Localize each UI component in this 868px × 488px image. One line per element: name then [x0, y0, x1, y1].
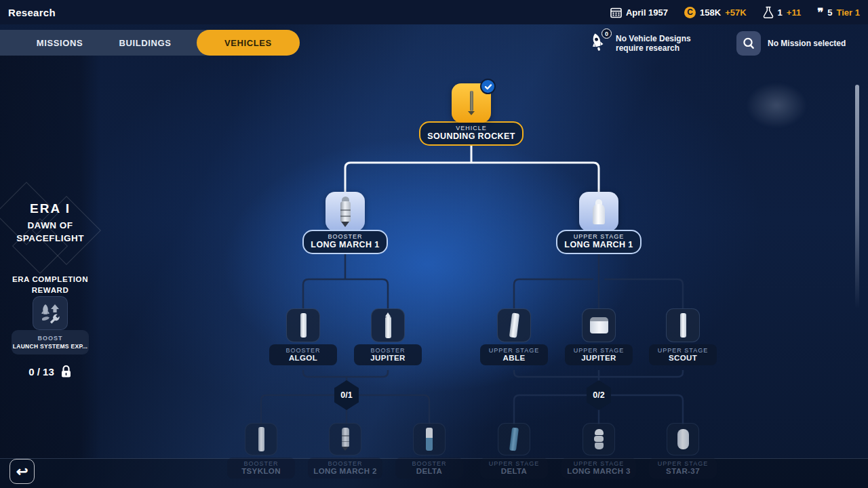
- tab-buildings[interactable]: BUILDINGS: [111, 30, 179, 56]
- vehicle-design-count-badge: 0: [601, 28, 612, 39]
- back-button[interactable]: ↩: [9, 459, 35, 484]
- tech-category: BOOSTER: [359, 347, 416, 354]
- science-value: 1: [778, 7, 783, 18]
- tech-category: UPPER STAGE: [654, 460, 711, 467]
- rocket-icon: 0: [587, 31, 609, 56]
- tech-tile: [667, 423, 699, 455]
- flask-icon: [763, 6, 774, 18]
- tech-node-upper-stage-jupiter[interactable]: UPPER STAGE JUPITER: [564, 308, 634, 365]
- quotes-icon: ❞: [817, 7, 823, 18]
- tech-node-upper-stage-able[interactable]: UPPER STAGE ABLE: [479, 308, 549, 365]
- tech-node-booster-jupiter[interactable]: BOOSTER JUPITER: [353, 308, 423, 365]
- tab-missions-label: MISSIONS: [37, 38, 83, 48]
- support-tier: Tier 1: [837, 7, 860, 18]
- booster-icon: [426, 428, 433, 451]
- tech-node-booster-tsyklon[interactable]: BOOSTER TSYKLON: [226, 423, 296, 479]
- tab-vehicles-label: VEHICLES: [224, 38, 272, 48]
- boost-launch-systems-icon: [38, 302, 62, 325]
- tech-tile: [329, 423, 361, 455]
- tech-label: VEHICLE SOUNDING ROCKET: [419, 121, 524, 146]
- booster-icon: [300, 313, 307, 338]
- upper-stage-icon: [677, 429, 689, 449]
- tech-node-booster-long-march-2[interactable]: BOOSTER LONG MARCH 2: [310, 423, 380, 479]
- tech-name: SCOUT: [654, 354, 711, 362]
- tech-category: BOOSTER: [233, 460, 290, 467]
- tech-label: UPPER STAGE LONG MARCH 1: [556, 230, 641, 254]
- sounding-rocket-icon: [468, 91, 475, 115]
- tech-tile: [326, 192, 365, 231]
- tech-tile: [286, 308, 320, 342]
- era-subtitle: DAWN OF SPACEFLIGHT: [0, 219, 100, 245]
- tech-name: LONG MARCH 3: [567, 467, 631, 475]
- upper-stage-icon: [680, 313, 686, 338]
- vertical-scrollbar[interactable]: [855, 85, 859, 308]
- tech-category: UPPER STAGE: [486, 460, 542, 467]
- magnifier-button[interactable]: [736, 31, 761, 56]
- tech-category: UPPER STAGE: [486, 347, 542, 354]
- vehicle-design-notice[interactable]: 0 No Vehicle Designs require research: [587, 30, 691, 57]
- booster-icon: [385, 312, 391, 338]
- tech-label: UPPER STAGE DELTA: [480, 458, 548, 479]
- era-title: ERA I: [0, 201, 100, 216]
- vehicle-notice-line1: No Vehicle Designs: [616, 34, 691, 43]
- tech-name: LONG MARCH 1: [564, 240, 633, 249]
- era-progress-value: 0 / 13: [28, 366, 54, 378]
- tech-tile: [413, 423, 446, 455]
- tech-name: LONG MARCH 1: [311, 240, 379, 249]
- vehicle-notice-line2: require research: [616, 43, 691, 53]
- tech-tile: [452, 83, 491, 123]
- tech-node-upper-stage-scout[interactable]: UPPER STAGE SCOUT: [648, 308, 718, 365]
- upper-stage-icon: [509, 428, 519, 451]
- tech-node-booster-delta[interactable]: BOOSTER DELTA: [394, 423, 465, 479]
- page-title: Research: [8, 7, 56, 18]
- tech-name: JUPITER: [359, 354, 416, 362]
- tech-tile: [497, 308, 531, 342]
- tech-name: DELTA: [401, 467, 458, 475]
- tab-vehicles[interactable]: VEHICLES: [197, 30, 300, 56]
- era-reward-name: LAUNCH SYSTEMS EXP...: [13, 343, 88, 350]
- tech-node-booster-long-march-1[interactable]: BOOSTER LONG MARCH 1: [305, 192, 385, 254]
- booster-icon: [258, 427, 264, 451]
- upper-stage-icon: [590, 317, 608, 333]
- tech-name: ABLE: [486, 354, 542, 362]
- upper-stage-icon: [509, 312, 519, 338]
- tech-tile: [371, 308, 405, 342]
- era-block: ERA I DAWN OF SPACEFLIGHT: [0, 201, 100, 245]
- tech-tile: [582, 308, 616, 342]
- mission-selector[interactable]: No Mission selected: [736, 30, 846, 57]
- era-sidebar: ERA I DAWN OF SPACEFLIGHT ERA COMPLETION…: [0, 56, 100, 458]
- tech-category: UPPER STAGE: [567, 460, 631, 467]
- tech-category: BOOSTER: [313, 460, 377, 467]
- science-delta: +11: [787, 7, 801, 18]
- tech-node-upper-stage-star-37[interactable]: UPPER STAGE STAR-37: [648, 423, 718, 479]
- tech-label: UPPER STAGE JUPITER: [565, 344, 633, 365]
- tech-category: BOOSTER: [401, 460, 458, 467]
- tech-category: BOOSTER: [311, 233, 379, 240]
- funds-stat: C 158K +57K: [684, 7, 747, 18]
- tech-label: BOOSTER ALGOL: [269, 344, 337, 365]
- tech-tile: [583, 423, 615, 455]
- tab-buildings-label: BUILDINGS: [119, 38, 172, 48]
- tech-label: UPPER STAGE STAR-37: [649, 458, 717, 479]
- tech-node-upper-stage-long-march-3[interactable]: UPPER STAGE LONG MARCH 3: [564, 423, 634, 479]
- tech-node-vehicle-sounding-rocket[interactable]: VEHICLE SOUNDING ROCKET: [431, 83, 511, 146]
- era-reward-plate: BOOST LAUNCH SYSTEMS EXP...: [12, 330, 89, 354]
- tech-name: TSYKLON: [233, 467, 290, 475]
- tech-node-upper-stage-delta[interactable]: UPPER STAGE DELTA: [479, 423, 549, 479]
- tab-missions[interactable]: MISSIONS: [26, 30, 94, 56]
- tech-tile: [579, 192, 618, 231]
- era-progress: 0 / 13: [0, 365, 100, 378]
- date-value: April 1957: [626, 7, 668, 18]
- tech-label: BOOSTER LONG MARCH 1: [302, 230, 387, 254]
- tech-node-upper-stage-long-march-1[interactable]: UPPER STAGE LONG MARCH 1: [559, 192, 639, 254]
- tech-label: UPPER STAGE ABLE: [480, 344, 548, 365]
- tech-tile: [245, 423, 277, 455]
- booster-icon: [340, 197, 351, 227]
- tech-name: STAR-37: [654, 467, 711, 475]
- era-subtitle-line1: DAWN OF: [0, 219, 100, 232]
- era-reward-tile[interactable]: [33, 296, 68, 330]
- top-bar: Research April 1957 C 158K +57K 1 +11: [0, 0, 868, 24]
- tech-label: BOOSTER LONG MARCH 2: [308, 458, 382, 479]
- tech-label: BOOSTER JUPITER: [354, 344, 422, 365]
- tech-node-booster-algol[interactable]: BOOSTER ALGOL: [268, 308, 338, 365]
